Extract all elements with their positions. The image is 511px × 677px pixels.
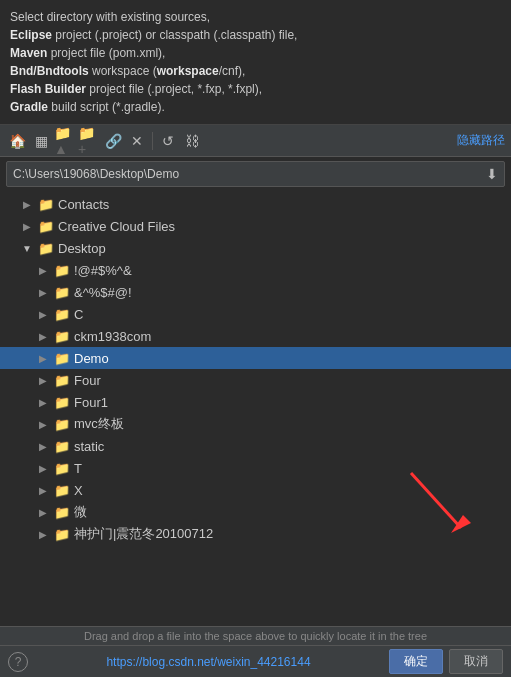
folder-icon-demo: 📁 (54, 351, 70, 366)
tree-item-creative-cloud[interactable]: ▶📁Creative Cloud Files (0, 215, 511, 237)
desc-line3: project file (pom.xml), (47, 46, 165, 60)
tree-item-wei[interactable]: ▶📁微 (0, 501, 511, 523)
tree-arrow-four1[interactable]: ▶ (36, 395, 50, 409)
refresh-button[interactable]: ↺ (157, 130, 179, 152)
folder-icon-static: 📁 (54, 439, 70, 454)
tree-label-creative-cloud: Creative Cloud Files (58, 219, 175, 234)
tree-item-shenhu[interactable]: ▶📁神护门|震范冬20100712 (0, 523, 511, 545)
tree-wrapper: ▶📁Contacts▶📁Creative Cloud Files▼📁Deskto… (0, 191, 511, 626)
drag-hint: Drag and drop a file into the space abov… (84, 630, 427, 642)
tree-arrow-special1[interactable]: ▶ (36, 263, 50, 277)
tree-arrow-x[interactable]: ▶ (36, 483, 50, 497)
path-download-button[interactable]: ⬇ (486, 166, 498, 182)
folder-icon-shenhu: 📁 (54, 527, 70, 542)
tree-arrow-special2[interactable]: ▶ (36, 285, 50, 299)
folder-icon-mvc: 📁 (54, 417, 70, 432)
folder-icon-x: 📁 (54, 483, 70, 498)
tree-item-contacts[interactable]: ▶📁Contacts (0, 193, 511, 215)
folder-icon-t: 📁 (54, 461, 70, 476)
desc-flash: Flash Builder (10, 82, 86, 96)
tree-item-special2[interactable]: ▶📁&^%$#@! (0, 281, 511, 303)
desc-line2: project (.project) or classpath (.classp… (52, 28, 297, 42)
path-text: C:\Users\19068\Desktop\Demo (13, 167, 486, 181)
folder-link-button[interactable]: 🔗 (102, 130, 124, 152)
tree-label-four: Four (74, 373, 101, 388)
desc-line6: build script (*.gradle). (48, 100, 165, 114)
folder-new-button[interactable]: 📁+ (78, 130, 100, 152)
folder-icon-contacts: 📁 (38, 197, 54, 212)
tree-label-c: C (74, 307, 83, 322)
desc-line1: Select directory with existing sources, (10, 10, 210, 24)
folder-icon-c: 📁 (54, 307, 70, 322)
folder-icon-ckm1938com: 📁 (54, 329, 70, 344)
desc-bnd: Bnd/Bndtools (10, 64, 89, 78)
csdn-link[interactable]: https://blog.csdn.net/weixin_44216144 (28, 655, 389, 669)
tree-label-mvc: mvc终板 (74, 415, 124, 433)
grid-button[interactable]: ▦ (30, 130, 52, 152)
tree-label-x: X (74, 483, 83, 498)
tree-label-static: static (74, 439, 104, 454)
desc-maven: Maven (10, 46, 47, 60)
tree-arrow-four[interactable]: ▶ (36, 373, 50, 387)
tree-label-contacts: Contacts (58, 197, 109, 212)
tree-label-special1: !@#$%^& (74, 263, 132, 278)
description-panel: Select directory with existing sources, … (0, 0, 511, 125)
tree-item-four[interactable]: ▶📁Four (0, 369, 511, 391)
folder-icon-wei: 📁 (54, 505, 70, 520)
tree-item-demo[interactable]: ▶📁Demo (0, 347, 511, 369)
tree-arrow-c[interactable]: ▶ (36, 307, 50, 321)
tree-label-ckm1938com: ckm1938com (74, 329, 151, 344)
folder-icon-special2: 📁 (54, 285, 70, 300)
bottom-bar: ? https://blog.csdn.net/weixin_44216144 … (0, 645, 511, 677)
tree-item-four1[interactable]: ▶📁Four1 (0, 391, 511, 413)
folder-icon-desktop: 📁 (38, 241, 54, 256)
file-tree[interactable]: ▶📁Contacts▶📁Creative Cloud Files▼📁Deskto… (0, 191, 511, 626)
tree-arrow-mvc[interactable]: ▶ (36, 417, 50, 431)
help-button[interactable]: ? (8, 652, 28, 672)
folder-up-button[interactable]: 📁▲ (54, 130, 76, 152)
path-bar: C:\Users\19068\Desktop\Demo ⬇ (6, 161, 505, 187)
tree-arrow-ckm1938com[interactable]: ▶ (36, 329, 50, 343)
tree-label-special2: &^%$#@! (74, 285, 132, 300)
tree-label-four1: Four1 (74, 395, 108, 410)
tree-label-t: T (74, 461, 82, 476)
ok-button[interactable]: 确定 (389, 649, 443, 674)
folder-icon-special1: 📁 (54, 263, 70, 278)
action-buttons: 确定 取消 (389, 649, 503, 674)
tree-item-ckm1938com[interactable]: ▶📁ckm1938com (0, 325, 511, 347)
tree-label-wei: 微 (74, 503, 87, 521)
tree-arrow-contacts[interactable]: ▶ (20, 197, 34, 211)
tree-arrow-creative-cloud[interactable]: ▶ (20, 219, 34, 233)
tree-label-demo: Demo (74, 351, 109, 366)
tree-label-shenhu: 神护门|震范冬20100712 (74, 525, 213, 543)
tree-item-t[interactable]: ▶📁T (0, 457, 511, 479)
hide-path-button[interactable]: 隐藏路径 (457, 132, 505, 149)
tree-item-special1[interactable]: ▶📁!@#$%^& (0, 259, 511, 281)
tree-arrow-t[interactable]: ▶ (36, 461, 50, 475)
tree-arrow-wei[interactable]: ▶ (36, 505, 50, 519)
home-button[interactable]: 🏠 (6, 130, 28, 152)
desc-line5: project file (.project, *.fxp, *.fxpl), (86, 82, 262, 96)
cancel-button[interactable]: 取消 (449, 649, 503, 674)
tree-item-mvc[interactable]: ▶📁mvc终板 (0, 413, 511, 435)
folder-icon-creative-cloud: 📁 (38, 219, 54, 234)
status-bar: Drag and drop a file into the space abov… (0, 626, 511, 645)
close-button[interactable]: ✕ (126, 130, 148, 152)
tree-item-x[interactable]: ▶📁X (0, 479, 511, 501)
toolbar-separator-1 (152, 132, 153, 150)
folder-icon-four1: 📁 (54, 395, 70, 410)
tree-arrow-desktop[interactable]: ▼ (20, 241, 34, 255)
tree-arrow-static[interactable]: ▶ (36, 439, 50, 453)
tree-item-static[interactable]: ▶📁static (0, 435, 511, 457)
desc-line4: workspace (workspace/cnf), (89, 64, 246, 78)
tree-item-desktop[interactable]: ▼📁Desktop (0, 237, 511, 259)
desc-gradle: Gradle (10, 100, 48, 114)
folder-icon-four: 📁 (54, 373, 70, 388)
tree-label-desktop: Desktop (58, 241, 106, 256)
tree-arrow-demo[interactable]: ▶ (36, 351, 50, 365)
desc-eclipse: Eclipse (10, 28, 52, 42)
toolbar: 🏠 ▦ 📁▲ 📁+ 🔗 ✕ ↺ ⛓ 隐藏路径 (0, 125, 511, 157)
link-button[interactable]: ⛓ (181, 130, 203, 152)
tree-item-c[interactable]: ▶📁C (0, 303, 511, 325)
tree-arrow-shenhu[interactable]: ▶ (36, 527, 50, 541)
